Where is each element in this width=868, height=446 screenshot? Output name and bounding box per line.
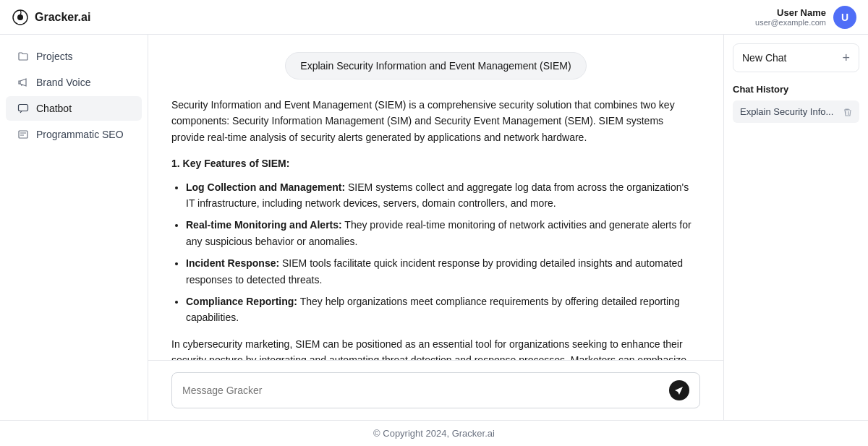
feature-bold-2: Real-time Monitoring and Alerts: — [186, 219, 342, 231]
list-item: Real-time Monitoring and Alerts: They pr… — [186, 217, 692, 249]
list-item: Incident Response: SIEM tools facilitate… — [186, 255, 692, 288]
header: Gracker.ai User Name user@example.com U — [0, 0, 868, 35]
feature-bold-3: Incident Response: — [186, 257, 279, 269]
list-item: Compliance Reporting: They help organiza… — [186, 293, 692, 326]
user-info: User Name user@example.com U — [755, 6, 856, 29]
avatar: U — [833, 6, 856, 29]
sidebar: Projects Brand Voice Chatbot — [0, 35, 148, 420]
new-chat-label: New Chat — [742, 52, 786, 64]
svg-point-1 — [17, 14, 23, 20]
sidebar-item-programmatic-seo[interactable]: Programmatic SEO — [6, 122, 142, 147]
chat-history-label: Chat History — [733, 84, 859, 95]
footer: © Copyright 2024, Gracker.ai — [0, 420, 868, 446]
feature-bold-1: Log Collection and Management: — [186, 181, 345, 193]
new-chat-button[interactable]: New Chat + — [733, 43, 859, 72]
footer-text: © Copyright 2024, Gracker.ai — [373, 428, 495, 439]
seo-icon — [17, 129, 29, 140]
response-intro: Security Information and Event Managemen… — [171, 97, 692, 145]
history-item-text: Explain Security Info... — [740, 106, 842, 117]
sidebar-item-chatbot[interactable]: Chatbot — [6, 96, 142, 121]
user-email: user@example.com — [755, 18, 826, 27]
logo-icon — [12, 9, 29, 26]
section-title: 1. Key Features of SIEM: — [171, 155, 692, 171]
sidebar-item-brand-voice[interactable]: Brand Voice — [6, 70, 142, 95]
response-content: Security Information and Event Managemen… — [171, 97, 692, 360]
sidebar-label-chatbot: Chatbot — [36, 103, 72, 114]
right-panel: New Chat + Chat History Explain Security… — [723, 35, 868, 420]
chat-input-area — [148, 360, 723, 420]
input-wrapper — [171, 372, 700, 408]
svg-rect-3 — [19, 131, 27, 138]
list-item: Log Collection and Management: SIEM syst… — [186, 179, 692, 212]
user-message-container: Explain Security Information and Event M… — [171, 52, 700, 80]
svg-rect-2 — [19, 105, 28, 111]
main-layout: Projects Brand Voice Chatbot — [0, 35, 868, 420]
logo: Gracker.ai — [12, 9, 90, 26]
message-input[interactable] — [182, 385, 669, 396]
features-list: Log Collection and Management: SIEM syst… — [186, 179, 692, 326]
send-icon — [674, 385, 684, 395]
plus-icon: + — [842, 51, 850, 64]
sidebar-label-programmatic-seo: Programmatic SEO — [36, 129, 124, 140]
sidebar-label-projects: Projects — [36, 51, 73, 62]
folder-icon — [17, 51, 29, 62]
chat-messages: Explain Security Information and Event M… — [148, 35, 723, 360]
chat-area: Explain Security Information and Event M… — [148, 35, 723, 420]
user-bubble: Explain Security Information and Event M… — [285, 52, 586, 80]
feature-bold-4: Compliance Reporting: — [186, 296, 297, 307]
sidebar-label-brand-voice: Brand Voice — [36, 77, 91, 88]
chat-icon — [17, 103, 29, 114]
megaphone-icon — [17, 77, 29, 88]
user-text-block: User Name user@example.com — [755, 7, 826, 27]
logo-text: Gracker.ai — [35, 11, 90, 24]
history-item[interactable]: Explain Security Info... — [733, 100, 859, 123]
user-name: User Name — [777, 7, 826, 18]
response-conclusion: In cybersecurity marketing, SIEM can be … — [171, 336, 692, 360]
send-button[interactable] — [669, 380, 689, 400]
sidebar-item-projects[interactable]: Projects — [6, 44, 142, 69]
delete-icon[interactable] — [842, 107, 852, 117]
